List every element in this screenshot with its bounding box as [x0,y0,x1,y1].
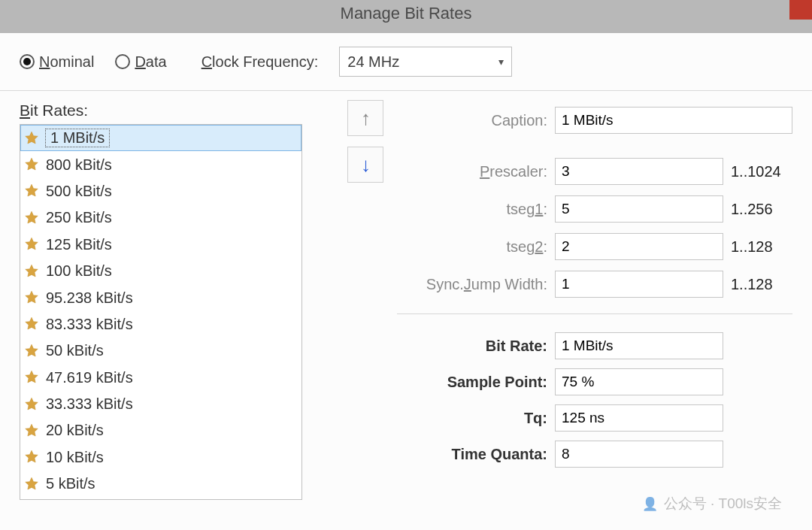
list-item-label: 50 kBit/s [46,342,104,359]
star-icon [23,343,40,359]
tseg2-label: tseg2: [397,238,547,256]
star-icon [23,476,40,492]
caption-label: Caption: [397,112,547,129]
clock-frequency-select[interactable]: 24 MHz ▾ [339,47,512,77]
samplepoint-result [555,368,723,395]
list-item-label: 800 kBit/s [46,156,112,174]
list-item-label: 250 kBit/s [46,209,112,226]
bitrate-result [555,332,723,359]
star-icon [23,369,40,386]
star-icon [23,236,40,253]
close-button[interactable] [789,0,812,20]
star-icon [23,156,40,173]
sjw-range: 1..128 [731,276,792,293]
list-item[interactable]: 125 kBit/s [20,232,301,258]
star-icon [23,130,40,147]
caption-input[interactable] [555,107,792,134]
samplepoint-label: Sample Point: [397,374,547,391]
tseg1-label: tseg1: [397,201,547,218]
star-icon [23,316,40,332]
list-item[interactable]: 500 kBit/s [20,178,301,204]
star-icon [23,289,40,306]
list-item[interactable]: 5 kBit/s [20,471,301,497]
list-item[interactable]: 250 kBit/s [20,204,301,231]
bitrate-result-label: Bit Rate: [397,338,547,355]
star-icon [23,449,40,465]
list-item[interactable]: 83.333 kBit/s [20,311,301,338]
list-item[interactable]: 50 kBit/s [20,338,301,364]
list-item[interactable]: 95.238 kBit/s [20,284,301,310]
list-item-label: 83.333 kBit/s [46,316,133,333]
title-bar: Manage Bit Rates [0,0,812,33]
list-item-label: 500 kBit/s [46,183,112,200]
list-item-label: 1 MBit/s [46,129,109,147]
timequanta-result [555,441,723,468]
prescaler-label: Prescaler: [397,163,547,180]
window-title: Manage Bit Rates [341,4,472,23]
tseg2-input[interactable] [555,233,723,260]
radio-dot-icon [20,54,35,69]
toolbar: Nominal Data Clock Frequency: 24 MHz ▾ [0,33,812,91]
bit-rates-label: Bit Rates: [20,101,347,120]
star-icon [23,183,40,199]
list-item[interactable]: 20 kBit/s [20,417,301,444]
move-down-button[interactable]: ↓ [347,147,383,183]
list-item[interactable]: 1 MBit/s [20,125,301,151]
list-item-label: 47.619 kBit/s [46,369,133,386]
chevron-down-icon: ▾ [498,56,504,68]
list-item[interactable]: 47.619 kBit/s [20,365,301,391]
list-item[interactable]: 800 kBit/s [20,151,301,177]
arrow-up-icon: ↑ [361,107,371,130]
radio-dot-icon [115,54,130,69]
timequanta-label: Time Quanta: [397,446,547,463]
radio-data[interactable]: Data [115,53,166,71]
list-item-label: 100 kBit/s [46,262,112,280]
list-item[interactable]: 100 kBit/s [20,258,301,284]
move-up-button[interactable]: ↑ [347,100,383,136]
sjw-label: Sync.Jump Width: [397,276,547,293]
star-icon [23,396,40,413]
sjw-input[interactable] [555,271,723,298]
list-item[interactable]: 10 kBit/s [20,444,301,471]
prescaler-range: 1..1024 [731,163,792,180]
list-item-label: 20 kBit/s [46,422,104,439]
bit-rates-list[interactable]: 1 MBit/s800 kBit/s500 kBit/s250 kBit/s12… [20,124,302,500]
arrow-down-icon: ↓ [361,153,371,177]
list-item-label: 5 kBit/s [46,475,95,492]
list-item-label: 33.333 kBit/s [46,395,133,413]
star-icon [23,263,40,280]
tseg1-range: 1..256 [731,201,792,218]
list-item-label: 125 kBit/s [46,236,112,253]
list-item-label: 10 kBit/s [46,449,104,466]
prescaler-input[interactable] [555,158,723,185]
divider [397,313,792,314]
clock-frequency-label: Clock Frequency: [201,53,319,71]
tseg2-range: 1..128 [731,238,792,256]
tseg1-input[interactable] [555,195,723,223]
list-item-label: 95.238 kBit/s [46,289,133,307]
star-icon [23,210,40,226]
tq-result [555,404,723,432]
radio-nominal[interactable]: Nominal [20,53,94,71]
list-item[interactable]: 33.333 kBit/s [20,391,301,417]
star-icon [23,422,40,439]
tq-label: Tq: [397,410,547,427]
